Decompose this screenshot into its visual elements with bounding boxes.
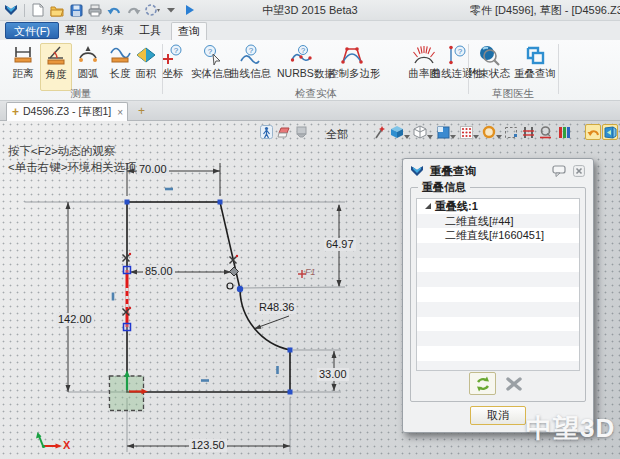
ribbon-button-angle[interactable]: 角度 (40, 43, 72, 91)
hatch-q-icon[interactable] (537, 124, 553, 140)
ribbon-button-arc[interactable]: 圆弧 (72, 43, 104, 91)
svg-text:?: ? (208, 47, 213, 56)
tab-tools[interactable]: 工具 (134, 22, 166, 40)
tree-empty-row (417, 272, 579, 287)
ribbon-button-constraint-status[interactable]: 约束状态 (467, 43, 511, 91)
view-window-icon[interactable] (435, 124, 451, 140)
overlap-inquire-icon (524, 44, 546, 66)
dimension-radius[interactable]: R48.36 (257, 301, 296, 314)
magic-wand-icon[interactable] (371, 124, 387, 140)
app-logo-icon[interactable] (3, 2, 19, 18)
print-icon[interactable] (87, 2, 103, 18)
cancel-button[interactable]: 取消 (470, 406, 526, 425)
selection-cycle-icon[interactable] (144, 2, 160, 18)
nurbs-data-icon: ? (290, 44, 312, 66)
file-menu-button[interactable]: 文件(F) (5, 22, 59, 39)
new-tab-button[interactable]: + (138, 104, 145, 118)
hint-line-1: 按下<F2>动态的观察 (8, 144, 115, 159)
refresh-button[interactable] (469, 372, 496, 395)
shaded-display-icon[interactable] (389, 124, 405, 140)
color-bars-icon[interactable] (556, 124, 572, 140)
ribbon-button-nurbs-data[interactable]: ? NURBS数据 (277, 43, 325, 91)
tree-item-line-44[interactable]: 二维直线[#44] (417, 214, 579, 229)
close-tab-icon[interactable]: × (117, 107, 123, 118)
undo-display-icon[interactable] (585, 124, 601, 140)
tree-item-line-1660451[interactable]: 二维直线[#1660451] (417, 228, 579, 243)
ribbon-group-measure: 测量 (61, 87, 101, 101)
session-icon: + (12, 107, 19, 117)
watermark: 中望3D (526, 411, 615, 446)
divider (24, 4, 25, 17)
dropdown-caret[interactable] (404, 135, 410, 139)
coordinate-icon: ? (162, 44, 184, 66)
dropdown-caret[interactable] (473, 135, 479, 139)
dropdown-caret[interactable] (450, 135, 456, 139)
svg-text:?: ? (174, 46, 179, 55)
new-file-icon[interactable] (30, 2, 46, 18)
curve-info-icon: ? (239, 44, 261, 66)
filter-icon[interactable] (293, 124, 309, 140)
undo-icon[interactable] (106, 2, 122, 18)
tree-item-overlap-line[interactable]: 重叠线:1 (417, 199, 579, 214)
close-icon[interactable] (572, 165, 586, 177)
svg-text:?: ? (301, 46, 305, 55)
save-icon[interactable] (68, 2, 84, 18)
curve-connectivity-icon: ? (446, 44, 468, 66)
dimension-right-upper[interactable]: 64.97 (324, 238, 356, 251)
dimension-right-lower[interactable]: 33.00 (317, 368, 349, 381)
redo-icon[interactable] (125, 2, 141, 18)
dimension-middle[interactable]: 85.00 (143, 265, 175, 278)
dimension-bottom[interactable]: 123.50 (189, 439, 227, 452)
dimension-top[interactable]: 70.00 (137, 163, 169, 176)
wireframe-display-icon[interactable] (412, 124, 428, 140)
qat-dropdown-icon[interactable] (163, 2, 179, 18)
arc-icon (77, 44, 99, 66)
expander-icon[interactable] (425, 203, 431, 209)
panel-toggle-icon[interactable] (602, 124, 618, 140)
eraser-icon[interactable] (276, 124, 292, 140)
distance-icon (12, 44, 34, 66)
tab-constraint[interactable]: 约束 (97, 22, 129, 40)
delete-x-button[interactable] (500, 372, 527, 395)
document-tab[interactable]: + D4596.Z3 - [草图1] × (6, 102, 128, 121)
ring-icon[interactable] (481, 124, 497, 140)
tree-empty-row (417, 317, 579, 332)
zw3d-window: 中望3D 2015 Beta3 零件 [D4596], 草图 - [D4596.… (0, 0, 620, 459)
comment-bubble-icon[interactable] (552, 165, 566, 177)
x-axis-label: X (63, 439, 70, 451)
select-box-icon[interactable] (503, 124, 519, 140)
dimension-left[interactable]: 142.00 (56, 313, 94, 326)
play-icon[interactable] (182, 2, 198, 18)
control-polygon-icon (341, 44, 363, 66)
tree-empty-row (417, 302, 579, 317)
ribbon: 距离 角度 圆弧 长度 面积 ? 坐标 ? 实体信息 ? 曲线 (0, 40, 620, 101)
tab-sketch[interactable]: 草图 (60, 22, 92, 40)
tab-inquire[interactable]: 查询 (171, 22, 207, 40)
filter-all-label[interactable]: 全部 (326, 127, 348, 142)
f1-marker-label: F1 (305, 267, 316, 277)
title-bar: 中望3D 2015 Beta3 零件 [D4596], 草图 - [D4596.… (0, 0, 620, 21)
quick-access-toolbar (3, 2, 198, 18)
ribbon-button-control-polygon[interactable]: 控制多边形 (328, 43, 376, 91)
ribbon-group-sketch-doctor: 草图医生 (483, 87, 543, 101)
dropdown-caret[interactable] (496, 135, 502, 139)
ribbon-button-overlap-inquire[interactable]: 重叠查询 (513, 43, 557, 91)
overlap-info-groupbox: 重叠信息 重叠线:1 二维直线[#44] 二维直线[#1660451] (410, 187, 586, 402)
area-icon (135, 44, 157, 66)
entity-info-icon: ? (201, 44, 223, 66)
ribbon-button-curve-info[interactable]: ? 曲线信息 (228, 43, 272, 91)
dialog-actions (411, 372, 585, 398)
pan-figure-icon[interactable] (258, 124, 274, 140)
overlap-tree[interactable]: 重叠线:1 二维直线[#44] 二维直线[#1660451] (416, 198, 580, 371)
open-folder-icon[interactable] (49, 2, 65, 18)
hatch-h-icon[interactable] (520, 124, 536, 140)
dropdown-caret[interactable] (427, 135, 433, 139)
point-grid-icon[interactable] (458, 124, 474, 140)
ribbon-button-coordinate[interactable]: ? 坐标 (156, 43, 190, 91)
tree-empty-row (417, 258, 579, 273)
angle-icon (45, 45, 67, 67)
ribbon-separator (558, 44, 559, 94)
overlap-inquire-dialog: 重叠查询 重叠信息 重叠线:1 二维直线[#44] 二维直线[#1660451] (402, 158, 594, 433)
ribbon-button-distance[interactable]: 距离 (6, 43, 40, 91)
tree-empty-row (417, 243, 579, 258)
